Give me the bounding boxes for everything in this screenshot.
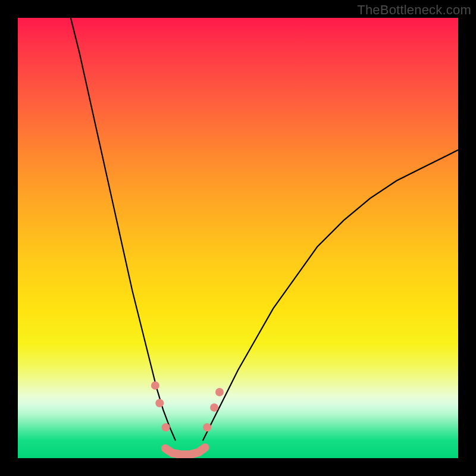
marker-left-dots bbox=[155, 399, 164, 407]
chart-frame: TheBottleneck.com bbox=[0, 0, 476, 476]
series-left-branch bbox=[71, 18, 176, 440]
watermark-text: TheBottleneck.com bbox=[357, 2, 471, 18]
series-right-branch bbox=[203, 150, 458, 440]
marker-left-dots bbox=[162, 423, 170, 431]
series-valley-floor bbox=[165, 447, 205, 455]
marker-right-dots bbox=[203, 423, 211, 431]
marker-left-dots bbox=[151, 381, 159, 390]
plot-area bbox=[18, 18, 458, 458]
marker-right-dots bbox=[210, 403, 218, 412]
marker-right-dots bbox=[215, 388, 224, 396]
chart-svg bbox=[18, 18, 458, 458]
